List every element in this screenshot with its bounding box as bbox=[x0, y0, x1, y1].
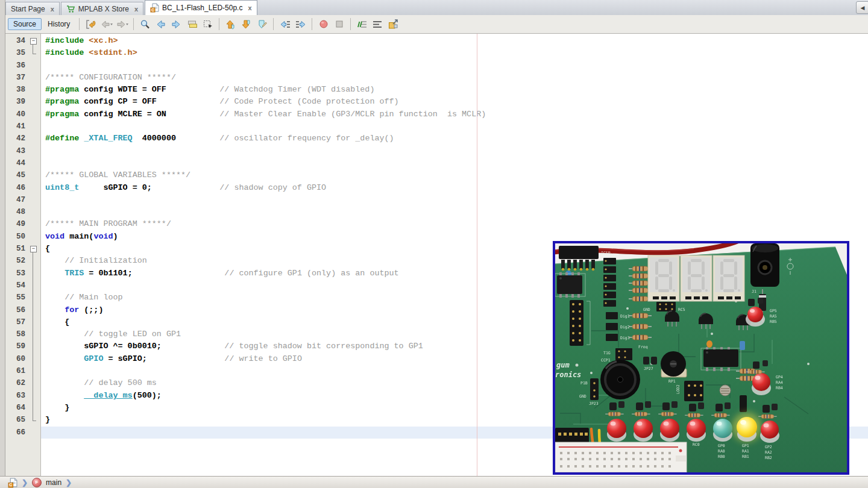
code-text[interactable]: /***** MAIN PROGRAM *****/ bbox=[41, 218, 868, 230]
forward-button[interactable] bbox=[115, 17, 130, 31]
code-line[interactable]: 37/***** CONFIGURATION *****/ bbox=[5, 72, 868, 84]
rectangular-selection-button[interactable] bbox=[200, 17, 215, 31]
code-text[interactable] bbox=[41, 60, 868, 72]
next-bookmark-button[interactable] bbox=[239, 17, 254, 31]
code-text[interactable] bbox=[41, 145, 868, 157]
silkscreen-jp23: JP23 bbox=[589, 401, 599, 406]
line-number[interactable]: 60 bbox=[5, 353, 28, 365]
line-number[interactable]: 47 bbox=[5, 194, 28, 206]
line-number[interactable]: 43 bbox=[5, 145, 28, 157]
code-line[interactable]: 48 bbox=[5, 206, 868, 218]
tab-start-page[interactable]: Start Page x bbox=[5, 2, 60, 15]
code-line[interactable]: 38#pragma config WDTE = OFF // Watchdog … bbox=[5, 84, 868, 96]
line-number[interactable]: 66 bbox=[5, 427, 28, 439]
line-number[interactable]: 40 bbox=[5, 108, 28, 120]
p1b-header bbox=[590, 378, 599, 400]
code-text[interactable]: /***** GLOBAL VARIABLES *****/ bbox=[41, 169, 868, 181]
line-number[interactable]: 51 bbox=[5, 243, 28, 255]
tab-bc-l1-flash-led[interactable]: C BC_L1-Flash_LED-50p.c x bbox=[145, 0, 257, 15]
find-next-button[interactable] bbox=[169, 17, 184, 31]
line-number[interactable]: 54 bbox=[5, 280, 28, 292]
shift-line-right-button[interactable] bbox=[293, 17, 308, 31]
history-view-button[interactable]: History bbox=[42, 18, 75, 30]
code-line[interactable]: 36 bbox=[5, 60, 868, 72]
blue-capacitor-2 bbox=[740, 341, 745, 350]
line-number[interactable]: 48 bbox=[5, 206, 28, 218]
line-number[interactable]: 46 bbox=[5, 182, 28, 194]
code-line[interactable]: 41 bbox=[5, 120, 868, 133]
code-line[interactable]: 42#define _XTAL_FREQ 4000000 // oscillat… bbox=[5, 133, 868, 145]
toggle-bookmark-button[interactable] bbox=[254, 17, 269, 31]
code-text[interactable]: uint8_t sGPIO = 0; // shadow copy of GPI… bbox=[41, 182, 868, 194]
code-text[interactable] bbox=[41, 194, 868, 206]
line-number[interactable]: 49 bbox=[5, 218, 28, 230]
line-number[interactable]: 57 bbox=[5, 316, 28, 328]
close-icon[interactable]: x bbox=[134, 5, 138, 13]
find-selection-button[interactable] bbox=[137, 17, 153, 31]
code-text[interactable]: #include <stdint.h> bbox=[41, 47, 868, 59]
line-number[interactable]: 34 bbox=[5, 35, 28, 47]
line-number[interactable]: 63 bbox=[5, 390, 28, 402]
line-number[interactable]: 64 bbox=[5, 402, 28, 414]
find-previous-button[interactable] bbox=[153, 17, 168, 31]
tab-scroll-left-button[interactable]: ◀ bbox=[856, 1, 868, 14]
breadcrumb-function[interactable]: main bbox=[46, 478, 61, 487]
line-number[interactable]: 36 bbox=[5, 60, 28, 72]
fold-indicator[interactable]: − bbox=[28, 243, 41, 255]
line-number[interactable]: 65 bbox=[5, 414, 28, 426]
record-macro-button[interactable] bbox=[316, 17, 331, 31]
close-icon[interactable]: x bbox=[248, 4, 251, 11]
code-text[interactable] bbox=[41, 120, 868, 133]
code-text[interactable]: /***** CONFIGURATION *****/ bbox=[41, 72, 868, 84]
code-text[interactable] bbox=[41, 157, 868, 169]
line-number[interactable]: 42 bbox=[5, 133, 28, 145]
line-number[interactable]: 50 bbox=[5, 231, 28, 243]
code-text[interactable]: #pragma config MCLRE = ON // Master Clea… bbox=[41, 108, 868, 120]
highlight-search-button[interactable] bbox=[184, 17, 200, 31]
silkscreen-rb0: RB0 bbox=[718, 454, 725, 459]
line-number[interactable]: 53 bbox=[5, 267, 28, 280]
shift-line-left-button[interactable] bbox=[277, 17, 292, 31]
go-to-header-button[interactable] bbox=[386, 17, 401, 31]
code-text[interactable]: #include <xc.h> bbox=[41, 35, 868, 47]
uncomment-button[interactable] bbox=[370, 17, 385, 31]
code-text[interactable]: #pragma config CP = OFF // Code Protect … bbox=[41, 96, 868, 108]
silkscreen-gp5: GP5 bbox=[770, 308, 777, 313]
tab-mplab-x-store[interactable]: MPLAB X Store x bbox=[61, 2, 143, 15]
code-text[interactable]: #define _XTAL_FREQ 4000000 // oscillator… bbox=[41, 133, 868, 145]
code-line[interactable]: 49/***** MAIN PROGRAM *****/ bbox=[5, 218, 868, 230]
line-number[interactable]: 59 bbox=[5, 340, 28, 352]
line-number[interactable]: 62 bbox=[5, 377, 28, 389]
stop-macro-button[interactable] bbox=[332, 17, 347, 31]
line-number[interactable]: 37 bbox=[5, 72, 28, 84]
line-number[interactable]: 35 bbox=[5, 47, 28, 59]
back-button[interactable] bbox=[99, 17, 114, 31]
line-number[interactable]: 45 bbox=[5, 169, 28, 181]
comment-button[interactable] bbox=[354, 17, 370, 31]
code-line[interactable]: 34−#include <xc.h> bbox=[5, 35, 868, 47]
line-number[interactable]: 41 bbox=[5, 120, 28, 133]
code-line[interactable]: 39#pragma config CP = OFF // Code Protec… bbox=[5, 96, 868, 108]
close-icon[interactable]: x bbox=[51, 5, 54, 13]
code-text[interactable]: #pragma config WDTE = OFF // Watchdog Ti… bbox=[41, 84, 868, 96]
line-number[interactable]: 61 bbox=[5, 365, 28, 377]
last-edit-button[interactable] bbox=[83, 17, 98, 31]
fold-indicator[interactable]: − bbox=[28, 35, 41, 47]
line-number[interactable]: 44 bbox=[5, 157, 28, 169]
source-view-button[interactable]: Source bbox=[8, 18, 42, 30]
code-line[interactable]: 40#pragma config MCLRE = ON // Master Cl… bbox=[5, 108, 868, 120]
code-line[interactable]: 47 bbox=[5, 194, 868, 206]
line-number[interactable]: 58 bbox=[5, 328, 28, 340]
line-number[interactable]: 38 bbox=[5, 84, 28, 96]
code-line[interactable]: 46uint8_t sGPIO = 0; // shadow copy of G… bbox=[5, 182, 868, 194]
previous-bookmark-button[interactable] bbox=[223, 17, 238, 31]
line-number[interactable]: 55 bbox=[5, 292, 28, 304]
line-number[interactable]: 52 bbox=[5, 255, 28, 267]
code-line[interactable]: 35#include <stdint.h> bbox=[5, 47, 868, 59]
code-line[interactable]: 44 bbox=[5, 157, 868, 169]
code-line[interactable]: 45/***** GLOBAL VARIABLES *****/ bbox=[5, 169, 868, 181]
line-number[interactable]: 56 bbox=[5, 304, 28, 316]
code-line[interactable]: 43 bbox=[5, 145, 868, 157]
code-text[interactable] bbox=[41, 206, 868, 218]
line-number[interactable]: 39 bbox=[5, 96, 28, 108]
